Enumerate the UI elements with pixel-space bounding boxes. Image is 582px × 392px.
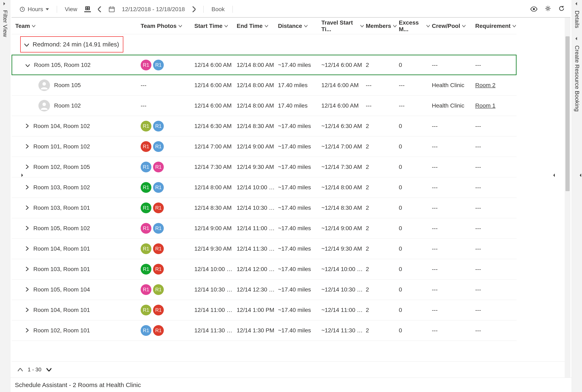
prev-page-button[interactable] <box>18 366 23 373</box>
expand-right-top-icon[interactable] <box>574 2 580 6</box>
team-badges: R1R1 <box>141 264 164 274</box>
vertical-scrollbar[interactable] <box>565 18 570 378</box>
next-page-button[interactable] <box>47 366 52 373</box>
chevron-right-icon[interactable] <box>24 143 30 150</box>
avatar-badge: R1 <box>141 121 151 132</box>
resource-name: Room 105 <box>54 82 81 88</box>
col-header-3[interactable]: End Time <box>237 18 278 34</box>
col-header-8[interactable]: Crew/Pool <box>432 18 475 34</box>
col-header-7[interactable]: Excess M... <box>399 18 432 34</box>
team-name: Room 102, Room 105 <box>34 164 90 170</box>
team-badges: R1R1 <box>141 284 164 295</box>
requirement-link[interactable]: Room 2 <box>475 82 495 88</box>
chevron-right-icon[interactable] <box>24 184 30 191</box>
chevron-down-icon <box>24 41 29 48</box>
expand-left-icon[interactable] <box>4 2 7 6</box>
chevron-right-icon[interactable] <box>24 225 30 232</box>
chevron-down-icon <box>46 8 49 10</box>
resource-name: Room 102 <box>54 102 81 109</box>
avatar-badge: R1 <box>141 60 151 70</box>
team-name: Room 101, Room 102 <box>34 143 90 150</box>
prev-period-button[interactable] <box>96 5 104 14</box>
avatar-badge: R1 <box>141 305 151 316</box>
avatar-badge: R1 <box>141 223 151 234</box>
avatar-badge: R1 <box>153 60 164 70</box>
expand-right-bottom-icon[interactable] <box>574 36 580 41</box>
team-badges: R1R1 <box>141 182 164 193</box>
team-name: Room 105, Room 104 <box>34 286 90 293</box>
svg-rect-3 <box>113 6 113 8</box>
group-header[interactable]: Redmond: 24 min (14.91 miles) <box>20 36 123 52</box>
chevron-right-icon[interactable] <box>24 246 30 252</box>
avatar-badge: R1 <box>153 325 164 336</box>
details-label: Details <box>574 9 580 28</box>
chevron-right-icon[interactable] <box>24 327 30 334</box>
avatar-badge: R1 <box>141 162 151 172</box>
avatar-badge: R1 <box>153 284 164 295</box>
chevron-right-icon[interactable] <box>24 286 30 293</box>
footer-title-bar: Schedule Assistant - 2 Rooms at Health C… <box>10 378 572 392</box>
svg-rect-1 <box>109 7 114 12</box>
team-badges: R1R1 <box>141 305 164 316</box>
team-name: Room 104, Room 102 <box>34 123 90 130</box>
avatar-badge: R1 <box>141 182 151 193</box>
footer-title: Schedule Assistant - 2 Rooms at Health C… <box>15 382 141 388</box>
avatar-badge: R1 <box>153 223 164 234</box>
filter-view-label: Filter View <box>2 9 9 37</box>
date-range[interactable]: 12/12/2018 - 12/18/2018 <box>120 4 187 14</box>
hours-label: Hours <box>28 6 43 12</box>
avatar-placeholder-icon <box>39 100 50 112</box>
team-name: Room 104, Room 101 <box>34 246 90 252</box>
avatar-badge: R1 <box>153 264 164 274</box>
avatar-badge: R1 <box>141 141 151 152</box>
team-badges: R1R1 <box>141 141 164 152</box>
create-booking-label: Create Resource Booking <box>574 44 580 112</box>
expand-left-drawer-icon[interactable] <box>22 174 24 178</box>
chevron-right-icon[interactable] <box>24 123 30 130</box>
right-panel[interactable]: Details Create Resource Booking <box>572 0 582 392</box>
results-table: TeamTeam PhotosStart TimeEnd TimeDistanc… <box>12 18 565 341</box>
grid-view-button[interactable] <box>82 5 93 14</box>
col-header-1[interactable]: Team Photos <box>141 18 194 34</box>
requirement-link[interactable]: Room 1 <box>475 102 495 109</box>
col-header-4[interactable]: Distance <box>278 18 321 34</box>
chevron-right-icon[interactable] <box>24 266 30 272</box>
chevron-right-icon[interactable] <box>24 164 30 170</box>
col-header-2[interactable]: Start Time <box>194 18 237 34</box>
book-button[interactable]: Book <box>209 4 227 14</box>
team-name: Room 104, Room 101 <box>34 307 90 313</box>
svg-point-6 <box>43 82 46 86</box>
toolbar: Hours View 12/12/2018 - 12/18/2018 Book <box>12 1 570 18</box>
settings-button[interactable] <box>545 6 551 13</box>
hours-dropdown[interactable]: Hours <box>17 4 51 14</box>
scrollbar-thumb[interactable] <box>565 36 569 191</box>
avatar-placeholder-icon <box>39 80 50 91</box>
avatar-badge: R1 <box>153 162 164 172</box>
team-name: Room 103, Room 101 <box>34 266 90 272</box>
refresh-button[interactable] <box>558 6 565 13</box>
col-header-0[interactable]: Team <box>12 18 141 34</box>
avatar-badge: R1 <box>141 284 151 295</box>
visibility-button[interactable] <box>530 6 537 13</box>
col-header-5[interactable]: Travel Start Ti... <box>321 18 366 34</box>
team-badges: R1R1 <box>141 60 164 70</box>
team-badges: R1R1 <box>141 223 164 234</box>
avatar-badge: R1 <box>141 325 151 336</box>
chevron-down-icon[interactable] <box>25 62 31 68</box>
left-panel[interactable]: Filter View <box>0 0 10 392</box>
chevron-right-icon[interactable] <box>24 204 30 211</box>
collapse-right-drawer-icon[interactable] <box>552 174 555 178</box>
avatar-badge: R1 <box>153 141 164 152</box>
col-header-9[interactable]: Requirement <box>475 18 516 34</box>
next-period-button[interactable] <box>190 5 198 14</box>
team-badges: R1R1 <box>141 325 164 336</box>
expand-right-drawer-icon[interactable] <box>578 174 581 178</box>
calendar-button[interactable] <box>107 4 117 14</box>
avatar-badge: R1 <box>153 243 164 254</box>
chevron-right-icon[interactable] <box>24 307 30 313</box>
avatar-badge: R1 <box>153 202 164 213</box>
avatar-badge: R1 <box>153 305 164 316</box>
col-header-6[interactable]: Members <box>366 18 399 34</box>
team-name: Room 105, Room 102 <box>34 225 90 232</box>
team-name: Room 103, Room 102 <box>34 184 90 191</box>
